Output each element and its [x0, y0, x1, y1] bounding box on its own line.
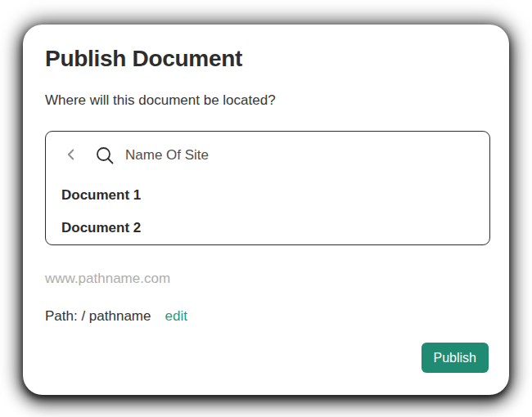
publish-dialog: Publish Document Where will this documen… [23, 25, 509, 395]
chevron-left-icon [62, 146, 80, 166]
page-title: Publish Document [45, 46, 490, 72]
site-search-row [46, 132, 489, 179]
path-text: Path: / pathname [45, 308, 151, 325]
publish-button[interactable]: Publish [422, 343, 489, 373]
site-list-item[interactable]: Document 1 [46, 179, 489, 212]
location-question-text: Where will this document be located? [45, 92, 490, 109]
path-row: Path: / pathname edit [45, 308, 490, 325]
search-icon [94, 145, 115, 166]
page-background: Publish Document Where will this documen… [0, 0, 532, 417]
back-button[interactable] [61, 146, 81, 165]
edit-path-link[interactable]: edit [165, 308, 187, 325]
url-preview-text: www.pathname.com [45, 271, 490, 287]
site-search-input[interactable] [125, 147, 480, 164]
site-picker-panel: Document 1 Document 2 [45, 131, 490, 245]
site-list-item[interactable]: Document 2 [46, 212, 489, 244]
